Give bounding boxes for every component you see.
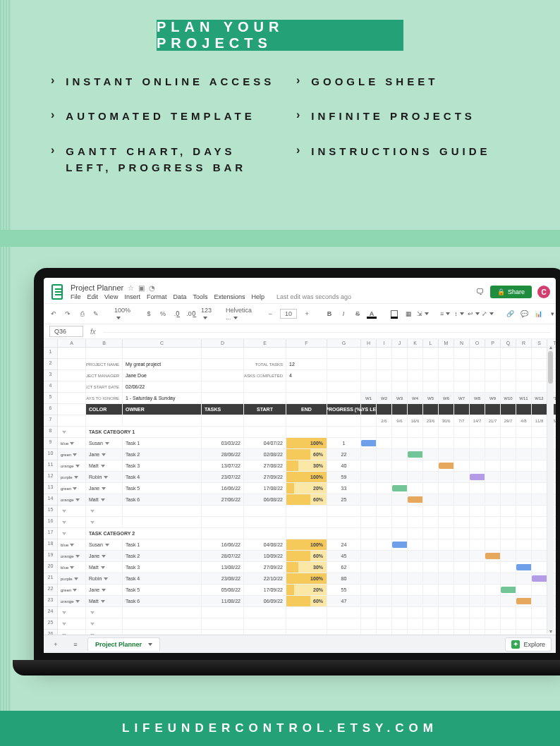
cell[interactable]: [244, 348, 286, 359]
cell[interactable]: [58, 607, 86, 618]
end-date[interactable]: 04/07/22: [244, 438, 286, 449]
star-icon[interactable]: ☆: [128, 284, 134, 292]
gantt-cell[interactable]: [501, 585, 516, 596]
gantt-cell[interactable]: [470, 460, 485, 472]
cell[interactable]: [501, 348, 516, 359]
gantt-cell[interactable]: [439, 460, 454, 472]
progress-cell[interactable]: 100%: [286, 573, 327, 585]
gantt-cell[interactable]: [361, 562, 377, 573]
gantt-cell[interactable]: [423, 494, 439, 506]
cell[interactable]: [454, 370, 470, 381]
gantt-cell[interactable]: [470, 573, 485, 585]
cell[interactable]: [485, 381, 501, 393]
gantt-cell[interactable]: [361, 449, 377, 460]
gantt-cell[interactable]: [516, 539, 532, 551]
cell[interactable]: [454, 607, 470, 618]
all-sheets-button[interactable]: ≡: [68, 637, 83, 652]
cell[interactable]: [361, 348, 377, 359]
task-name[interactable]: Task 1: [123, 438, 202, 449]
row-header[interactable]: 17: [44, 528, 58, 539]
gantt-cell[interactable]: [377, 539, 392, 551]
gantt-cell[interactable]: [423, 596, 439, 607]
gantt-cell[interactable]: [377, 483, 392, 494]
cell[interactable]: [485, 427, 501, 438]
gantt-cell[interactable]: [485, 494, 501, 506]
start-date[interactable]: 03/03/22: [202, 438, 244, 449]
cell[interactable]: [286, 506, 327, 517]
cell[interactable]: [423, 607, 439, 618]
cell[interactable]: [377, 506, 392, 517]
cell[interactable]: [470, 427, 485, 438]
cell[interactable]: [244, 607, 286, 618]
cell[interactable]: [501, 618, 516, 630]
gantt-cell[interactable]: [454, 562, 470, 573]
cell[interactable]: [470, 381, 485, 393]
column-header[interactable]: G: [327, 339, 361, 348]
gantt-cell[interactable]: [485, 539, 501, 551]
cell[interactable]: [58, 381, 86, 393]
cell[interactable]: [501, 528, 516, 539]
task-name[interactable]: Task 4: [123, 472, 202, 483]
cell[interactable]: [501, 607, 516, 618]
meta-value[interactable]: 1 - Saturday & Sunday: [123, 393, 202, 404]
cell[interactable]: [439, 381, 454, 393]
end-date[interactable]: 27/08/22: [244, 460, 286, 472]
gantt-cell[interactable]: [454, 585, 470, 596]
start-date[interactable]: 13/07/22: [202, 460, 244, 472]
menu-tools[interactable]: Tools: [193, 293, 207, 300]
gantt-cell[interactable]: [377, 449, 392, 460]
cell[interactable]: [202, 393, 244, 404]
owner-select[interactable]: Matt: [86, 562, 123, 573]
gantt-cell[interactable]: [361, 483, 377, 494]
cell[interactable]: [58, 393, 86, 404]
row-header[interactable]: 25: [44, 618, 58, 630]
owner-select[interactable]: Jane: [86, 449, 123, 460]
column-header[interactable]: F: [286, 339, 327, 348]
cell[interactable]: [392, 506, 408, 517]
end-date[interactable]: 22/10/22: [244, 573, 286, 585]
move-icon[interactable]: ▣: [138, 284, 145, 292]
halign-icon[interactable]: ≡: [441, 310, 449, 317]
gantt-cell[interactable]: [501, 596, 516, 607]
add-sheet-button[interactable]: +: [48, 637, 63, 652]
cell[interactable]: [202, 506, 244, 517]
gantt-cell[interactable]: [470, 483, 485, 494]
gantt-cell[interactable]: [501, 449, 516, 460]
color-select[interactable]: green: [58, 585, 86, 596]
gantt-cell[interactable]: [392, 460, 408, 472]
column-header[interactable]: B: [86, 339, 123, 348]
cell[interactable]: [327, 427, 361, 438]
cell[interactable]: [501, 359, 516, 370]
days-left[interactable]: 25: [327, 494, 361, 506]
scroll-down-icon[interactable]: ▾: [547, 628, 554, 635]
gantt-cell[interactable]: [392, 562, 408, 573]
owner-select[interactable]: Jane: [86, 585, 123, 596]
gantt-cell[interactable]: [470, 562, 485, 573]
progress-cell[interactable]: 100%: [286, 539, 327, 551]
color-select[interactable]: orange: [58, 551, 86, 562]
color-select[interactable]: blue: [58, 438, 86, 449]
cell[interactable]: [58, 348, 86, 359]
row-header[interactable]: 23: [44, 596, 58, 607]
cell[interactable]: [532, 517, 547, 528]
cell[interactable]: [286, 381, 327, 393]
gantt-cell[interactable]: [408, 460, 423, 472]
gantt-cell[interactable]: [439, 596, 454, 607]
last-edit-text[interactable]: Last edit was seconds ago: [276, 293, 351, 300]
days-left[interactable]: 47: [327, 596, 361, 607]
cell[interactable]: [327, 415, 361, 427]
end-date[interactable]: 27/09/22: [244, 562, 286, 573]
cell[interactable]: [516, 528, 532, 539]
cell[interactable]: [485, 517, 501, 528]
cell[interactable]: [423, 359, 439, 370]
zoom-select[interactable]: 100%: [114, 307, 130, 321]
cell[interactable]: [361, 528, 377, 539]
row-header[interactable]: 3: [44, 370, 58, 381]
cell[interactable]: [58, 415, 86, 427]
cell[interactable]: [123, 348, 202, 359]
merge-icon[interactable]: ⇲: [418, 310, 427, 317]
cell[interactable]: [454, 517, 470, 528]
font-size[interactable]: 10: [280, 309, 297, 319]
menu-extensions[interactable]: Extensions: [214, 293, 245, 300]
gantt-cell[interactable]: [454, 483, 470, 494]
